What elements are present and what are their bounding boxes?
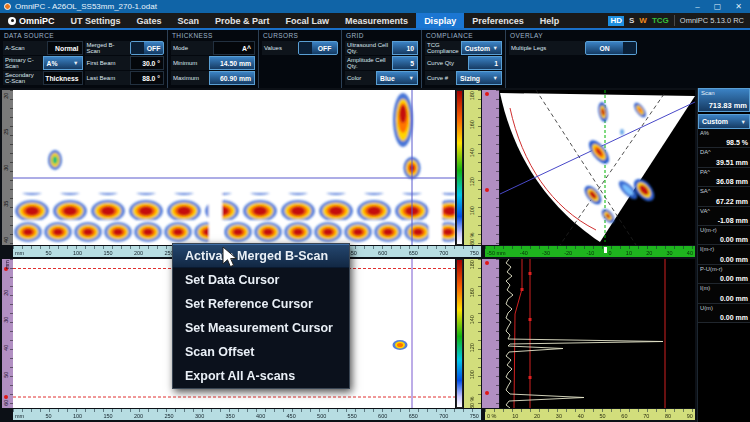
context-menu-item-activate-merged-b-scan[interactable]: Activate Merged B-Scan	[173, 244, 349, 268]
close-icon[interactable]: ✕	[735, 2, 742, 11]
ruler-label: 25	[5, 129, 11, 135]
panel-title: GRID	[346, 32, 418, 39]
last-beam-field[interactable]: Last Beam 88.0 °	[85, 71, 165, 85]
thickness-depth-ruler[interactable]: mm2030405060	[2, 259, 13, 408]
ruler-label: -50 mm	[487, 251, 506, 257]
curve-qty-field[interactable]: Curve Qty 1	[425, 56, 502, 70]
ruler-label: 700	[439, 414, 448, 420]
menu-item-gates[interactable]: Gates	[129, 13, 170, 28]
menu-item-measurements[interactable]: Measurements	[337, 13, 416, 28]
context-menu-item-set-measurement-cursor[interactable]: Set Measurement Cursor	[173, 316, 349, 340]
panel-title: THICKNESS	[172, 32, 255, 39]
thickness-minimum-field[interactable]: Minimum 14.50 mm	[171, 56, 255, 70]
context-menu-item-export-all-a-scans[interactable]: Export All A-scans	[173, 364, 349, 388]
thickness-mode-field[interactable]: Mode A^	[171, 41, 255, 55]
ruler-label: 100	[470, 206, 476, 215]
context-menu-item-set-data-cursor[interactable]: Set Data Cursor	[173, 268, 349, 292]
menu-item-focal-law[interactable]: Focal Law	[278, 13, 338, 28]
ruler-label: 40	[578, 414, 584, 420]
b-scan-view[interactable]	[13, 90, 455, 245]
grid-ultrasound-cell-qty-field[interactable]: Ultrasound Cell Qty. 10	[345, 41, 418, 55]
ruler-label: 80 %	[470, 233, 476, 245]
ruler-label: 100	[73, 414, 82, 420]
thickness-maximum-field[interactable]: Maximum 60.90 mm	[171, 71, 255, 85]
cursors-values-toggle[interactable]: Values OFF	[262, 41, 338, 55]
toggle-knob	[623, 42, 636, 54]
ruler-label: 20	[646, 251, 652, 257]
panel-title: OVERLAY	[510, 32, 747, 39]
b-scan-depth-ruler[interactable]: 2025303540	[2, 90, 13, 245]
grid-color-dropdown[interactable]: Color Blue▼	[345, 71, 418, 85]
ruler-label: 400	[256, 414, 265, 420]
minimize-icon[interactable]: –	[695, 2, 699, 11]
multiple-legs-toggle[interactable]: Multiple Legs ON	[509, 41, 637, 55]
menu-item-probe-part[interactable]: Probe & Part	[207, 13, 278, 28]
reading-label: I(m)	[700, 285, 748, 291]
chevron-down-icon: ▼	[493, 45, 498, 51]
cursor-dot	[485, 92, 489, 96]
w-badge: W	[639, 16, 647, 25]
palette-percent-ruler-top[interactable]: 18016014012010080 %	[464, 90, 481, 245]
ruler-label: 20	[534, 414, 540, 420]
chevron-down-icon: ▼	[409, 75, 414, 81]
tcg-compliance-dropdown[interactable]: TCG Compliance Custom▼	[425, 41, 502, 55]
menu-item-preferences[interactable]: Preferences	[464, 13, 532, 28]
scan-axis-ruler-bottom[interactable]: mm50100150200250300350400450500550600650…	[13, 409, 481, 420]
reading-label: P-U(m-r)	[700, 266, 748, 272]
panel-title: DATA SOURCE	[4, 32, 164, 39]
menu-item-scan[interactable]: Scan	[170, 13, 208, 28]
omnipc-window: OmniPC - A26OL_SS53mm_270-1.odat – ▢ ✕ O…	[0, 0, 750, 422]
ruler-label: -10	[586, 251, 594, 257]
chevron-down-icon: ▼	[73, 60, 78, 66]
a-scan-depth-ruler[interactable]	[482, 259, 499, 408]
ruler-label: 80	[665, 414, 671, 420]
a-scan-view[interactable]	[500, 259, 695, 408]
ruler-label: 300	[195, 414, 204, 420]
ruler-label: 0 %	[487, 414, 496, 420]
menu-item-help[interactable]: Help	[532, 13, 568, 28]
s-scan-depth-ruler[interactable]	[482, 90, 499, 245]
scan-position-field[interactable]: Scan 713.83 mm	[698, 88, 750, 112]
reading-u-m-r-: U(m-r)0.00 mm	[698, 226, 750, 245]
window-title: OmniPC - A26OL_SS53mm_270-1.odat	[15, 2, 157, 11]
merged-b-scan-toggle[interactable]: Merged B-Scan OFF	[85, 41, 165, 55]
reading-label: I(m-r)	[700, 246, 748, 252]
panel-compliance: COMPLIANCE TCG Compliance Custom▼ Curve …	[422, 30, 506, 88]
context-menu: Activate Merged B-ScanSet Data CursorSet…	[172, 243, 350, 389]
reading-va-: VA^-1.08 mm	[698, 207, 750, 226]
first-beam-field[interactable]: First Beam 30.0 °	[85, 56, 165, 70]
index-axis-ruler[interactable]: -50 mm-40-30-20-10010203040	[485, 246, 695, 257]
maximize-icon[interactable]: ▢	[714, 2, 722, 11]
secondary-c-scan-field[interactable]: Secondary C-Scan Thickness	[3, 71, 83, 85]
s-scan-view[interactable]	[500, 90, 695, 245]
mouse-cursor	[222, 246, 239, 270]
ruler-label: 550	[348, 414, 357, 420]
ruler-label: 150	[103, 251, 112, 257]
menu-item-omnipc[interactable]: OmniPC	[0, 13, 63, 28]
ruler-label: 40	[5, 344, 11, 350]
primary-c-scan-dropdown[interactable]: Primary C-Scan A%▼	[3, 56, 83, 70]
reading-i-m-: I(m)0.00 mm	[698, 284, 750, 303]
hd-badge: HD	[608, 16, 624, 26]
readings-panel: Scan 713.83 mm Custom ▼ A%98.5 %DA^39.51…	[697, 88, 750, 422]
context-menu-item-set-reference-cursor[interactable]: Set Reference Cursor	[173, 292, 349, 316]
b-scan-plot	[13, 90, 455, 245]
curve-number-dropdown[interactable]: Curve # Sizing▼	[425, 71, 502, 85]
ruler-label: 160	[470, 288, 476, 297]
ruler-label: 35	[5, 200, 11, 206]
panel-cursors: CURSORS Values OFF	[259, 30, 342, 88]
s-badge: S	[629, 16, 634, 25]
a-scan-field[interactable]: A-Scan Normal	[3, 41, 83, 55]
ruler-label: 120	[470, 343, 476, 352]
reading-i-m-r-: I(m-r)0.00 mm	[698, 245, 750, 264]
context-menu-item-scan-offset[interactable]: Scan Offset	[173, 340, 349, 364]
amplitude-axis-ruler[interactable]: 0 %102030405060708090	[485, 409, 695, 420]
app-icon	[4, 3, 11, 10]
ruler-label: 50	[46, 251, 52, 257]
palette-percent-ruler-bottom[interactable]: 18016014012010080 %	[464, 259, 481, 408]
grid-amplitude-cell-qty-field[interactable]: Amplitude Cell Qty. 5	[345, 56, 418, 70]
ruler-label: 90	[687, 414, 693, 420]
readings-mode-dropdown[interactable]: Custom ▼	[698, 114, 750, 129]
menu-item-ut-settings[interactable]: UT Settings	[63, 13, 129, 28]
menu-item-display[interactable]: Display	[416, 13, 464, 28]
